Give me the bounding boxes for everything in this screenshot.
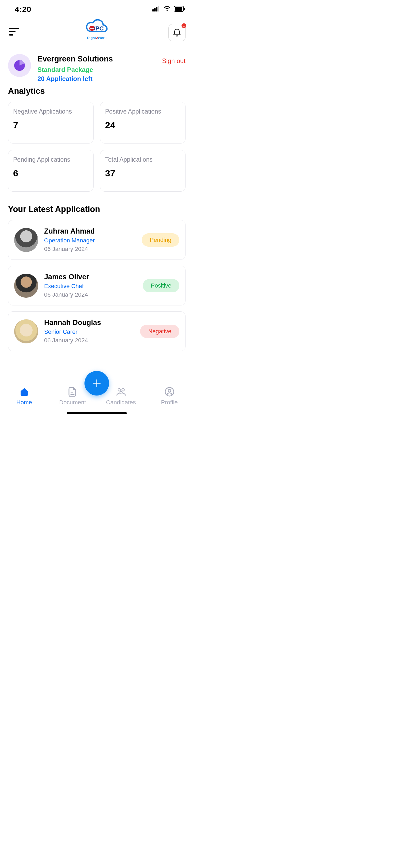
svg-rect-2 bbox=[156, 7, 157, 11]
plus-icon bbox=[92, 379, 101, 388]
org-summary: Evergreen Solutions Standard Package 20 … bbox=[8, 48, 186, 83]
application-card[interactable]: Zuhran Ahmad Operation Manager 06 Januar… bbox=[8, 220, 186, 260]
applications-left: 20 Application left bbox=[37, 75, 156, 83]
org-avatar bbox=[8, 54, 31, 77]
profile-icon bbox=[164, 387, 175, 396]
app-header: WPC Right2Work 1 bbox=[0, 17, 193, 48]
svg-point-12 bbox=[168, 390, 171, 392]
sign-out-button[interactable]: Sign out bbox=[162, 57, 186, 65]
nav-label: Document bbox=[59, 399, 86, 406]
stat-card-total[interactable]: Total Applications 37 bbox=[100, 150, 186, 192]
home-icon bbox=[19, 387, 30, 396]
cellular-icon bbox=[152, 6, 160, 12]
company-name: Evergreen Solutions bbox=[37, 55, 156, 63]
stat-value: 7 bbox=[13, 120, 89, 130]
application-date: 06 January 2024 bbox=[44, 246, 136, 252]
svg-point-8 bbox=[118, 389, 120, 391]
pie-chart-icon bbox=[13, 59, 26, 72]
bell-icon bbox=[173, 28, 181, 37]
analytics-grid: Negative Applications 7 Positive Applica… bbox=[8, 102, 186, 192]
status-bar: 4:20 bbox=[0, 0, 193, 17]
logo-subtitle: Right2Work bbox=[84, 36, 110, 40]
notification-badge: 1 bbox=[182, 23, 186, 28]
package-label: Standard Package bbox=[37, 66, 156, 73]
applicant-role: Senior Carer bbox=[44, 329, 134, 335]
stat-label: Total Applications bbox=[105, 156, 181, 163]
status-badge-negative: Negative bbox=[140, 325, 179, 338]
application-date: 06 January 2024 bbox=[44, 337, 134, 344]
nav-label: Candidates bbox=[106, 399, 136, 406]
stat-card-negative[interactable]: Negative Applications 7 bbox=[8, 102, 94, 144]
stat-value: 24 bbox=[105, 120, 181, 130]
svg-rect-3 bbox=[158, 6, 159, 11]
applicant-avatar bbox=[14, 319, 38, 343]
home-indicator bbox=[67, 412, 127, 414]
stat-value: 37 bbox=[105, 168, 181, 179]
status-badge-pending: Pending bbox=[142, 233, 179, 247]
status-time: 4:20 bbox=[15, 5, 31, 14]
applicant-name: Zuhran Ahmad bbox=[44, 227, 136, 236]
applicant-role: Executive Chef bbox=[44, 283, 137, 290]
latest-heading: Your Latest Application bbox=[8, 205, 186, 214]
app-logo: WPC Right2Work bbox=[84, 19, 110, 40]
nav-profile[interactable]: Profile bbox=[145, 380, 193, 417]
application-card[interactable]: Hannah Douglas Senior Carer 06 January 2… bbox=[8, 311, 186, 351]
status-indicators bbox=[152, 6, 186, 13]
stat-label: Negative Applications bbox=[13, 108, 89, 115]
status-badge-positive: Positive bbox=[143, 279, 179, 292]
applicant-role: Operation Manager bbox=[44, 237, 136, 244]
wifi-icon bbox=[164, 6, 171, 12]
applicant-name: Hannah Douglas bbox=[44, 318, 134, 327]
stat-label: Pending Applications bbox=[13, 156, 89, 163]
applicant-name: James Oliver bbox=[44, 273, 137, 281]
stat-card-positive[interactable]: Positive Applications 24 bbox=[100, 102, 186, 144]
stat-value: 6 bbox=[13, 168, 89, 179]
svg-point-10 bbox=[120, 392, 122, 394]
applicant-avatar bbox=[14, 274, 38, 298]
candidates-icon bbox=[116, 387, 126, 396]
svg-rect-5 bbox=[175, 7, 182, 11]
application-card[interactable]: James Oliver Executive Chef 06 January 2… bbox=[8, 266, 186, 306]
nav-label: Home bbox=[16, 399, 32, 406]
notifications-button[interactable]: 1 bbox=[168, 24, 186, 41]
stat-card-pending[interactable]: Pending Applications 6 bbox=[8, 150, 94, 192]
menu-button[interactable] bbox=[9, 28, 20, 37]
svg-rect-1 bbox=[154, 8, 156, 11]
application-date: 06 January 2024 bbox=[44, 291, 137, 298]
svg-point-9 bbox=[122, 389, 124, 391]
svg-rect-0 bbox=[152, 9, 154, 11]
battery-icon bbox=[174, 6, 186, 13]
applicant-avatar bbox=[14, 228, 38, 252]
svg-rect-6 bbox=[184, 8, 185, 10]
add-button[interactable] bbox=[85, 371, 109, 396]
nav-label: Profile bbox=[161, 399, 178, 406]
analytics-heading: Analytics bbox=[8, 86, 186, 96]
document-icon bbox=[67, 387, 78, 396]
stat-label: Positive Applications bbox=[105, 108, 181, 115]
nav-home[interactable]: Home bbox=[0, 380, 49, 417]
